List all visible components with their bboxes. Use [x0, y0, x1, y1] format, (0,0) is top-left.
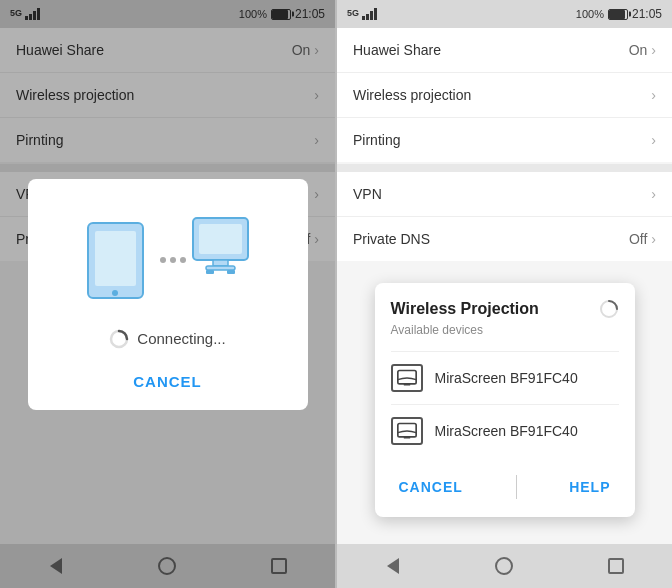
- right-device2-icon: [391, 417, 423, 445]
- right-recent-button[interactable]: [604, 554, 628, 578]
- svg-point-5: [180, 257, 186, 263]
- right-back-button[interactable]: [381, 554, 405, 578]
- right-signal-bar-4: [374, 8, 377, 20]
- svg-rect-11: [227, 270, 235, 274]
- right-time: 21:05: [632, 7, 662, 21]
- right-signal-bars: [362, 6, 377, 20]
- right-battery-icon: [608, 9, 628, 20]
- right-section-divider: [337, 164, 672, 172]
- svg-point-3: [160, 257, 166, 263]
- svg-rect-7: [199, 224, 242, 254]
- right-private-dns-label: Private DNS: [353, 231, 430, 247]
- svg-rect-9: [206, 266, 235, 270]
- right-wireless-proj-chevron: ›: [651, 87, 656, 103]
- right-huawei-share-val-text: On: [629, 42, 648, 58]
- right-group2: VPN › Private DNS Off ›: [337, 172, 672, 261]
- svg-rect-17: [403, 437, 410, 439]
- right-huawei-share-label: Huawei Share: [353, 42, 441, 58]
- svg-point-4: [170, 257, 176, 263]
- connecting-spinner-icon: [109, 329, 129, 349]
- right-signal-bar-3: [370, 11, 373, 20]
- right-private-dns-value: Off ›: [629, 231, 656, 247]
- right-dialog-header: Wireless Projection: [391, 299, 619, 319]
- svg-rect-14: [397, 371, 415, 384]
- connecting-label: Connecting...: [137, 330, 225, 347]
- right-back-icon: [387, 558, 399, 574]
- right-cancel-button[interactable]: CANCEL: [391, 473, 471, 501]
- svg-rect-10: [206, 270, 214, 274]
- right-status-bar: 5G 100% 21:05: [337, 0, 672, 28]
- left-phone: 5G 100% 21:05 Huawei Share On ›: [0, 0, 336, 588]
- right-home-button[interactable]: [492, 554, 516, 578]
- right-vpn-label: VPN: [353, 186, 382, 202]
- right-dialog-title: Wireless Projection: [391, 300, 539, 318]
- svg-point-2: [112, 290, 118, 296]
- right-status-right: 100% 21:05: [576, 7, 662, 21]
- right-vpn-chevron: ›: [651, 186, 656, 202]
- right-signal-bar-2: [366, 14, 369, 20]
- right-private-dns-val-text: Off: [629, 231, 647, 247]
- right-wireless-proj-value: ›: [651, 87, 656, 103]
- right-battery-pct: 100%: [576, 8, 604, 20]
- right-printing-label: Pirnting: [353, 132, 400, 148]
- right-wireless-proj-label: Wireless projection: [353, 87, 471, 103]
- left-cancel-button[interactable]: CANCEL: [125, 369, 210, 394]
- left-connecting-dialog: Connecting... CANCEL: [28, 179, 308, 410]
- connecting-status: Connecting...: [109, 329, 225, 349]
- right-nav-bar: [337, 544, 672, 588]
- right-signal-5g: 5G: [347, 8, 359, 18]
- svg-rect-15: [403, 384, 410, 386]
- right-device-item-1[interactable]: MiraScreen BF91FC40: [391, 351, 619, 404]
- right-action-divider: [516, 475, 517, 499]
- wifi-cast-icon-1: [397, 369, 417, 387]
- right-huawei-share-chevron: ›: [651, 42, 656, 58]
- right-device1-icon: [391, 364, 423, 392]
- right-printing-chevron: ›: [651, 132, 656, 148]
- right-dialog-spinner-icon: [599, 299, 619, 319]
- right-huawei-share-item[interactable]: Huawei Share On ›: [337, 28, 672, 73]
- right-vpn-value: ›: [651, 186, 656, 202]
- connecting-illustration: [78, 203, 258, 313]
- wifi-cast-icon-2: [397, 422, 417, 440]
- right-huawei-share-value: On ›: [629, 42, 656, 58]
- right-settings-content: Huawei Share On › Wireless projection › …: [337, 28, 672, 544]
- right-device1-name: MiraScreen BF91FC40: [435, 370, 578, 386]
- right-group1: Huawei Share On › Wireless projection › …: [337, 28, 672, 162]
- right-device-item-2[interactable]: MiraScreen BF91FC40: [391, 404, 619, 457]
- right-signal-bar-1: [362, 16, 365, 20]
- right-battery-fill: [609, 10, 625, 19]
- svg-rect-8: [213, 260, 228, 266]
- right-dialog-subtitle: Available devices: [391, 323, 619, 337]
- right-phone: 5G 100% 21:05 Huawei Share On ›: [336, 0, 672, 588]
- left-connecting-overlay: Connecting... CANCEL: [0, 0, 335, 588]
- right-private-dns-chevron: ›: [651, 231, 656, 247]
- right-private-dns-item[interactable]: Private DNS Off ›: [337, 217, 672, 261]
- right-help-button[interactable]: HELP: [561, 473, 618, 501]
- right-printing-item[interactable]: Pirnting ›: [337, 118, 672, 162]
- right-device2-name: MiraScreen BF91FC40: [435, 423, 578, 439]
- right-home-icon: [495, 557, 513, 575]
- right-wireless-proj-item[interactable]: Wireless projection ›: [337, 73, 672, 118]
- right-status-left: 5G: [347, 6, 377, 20]
- svg-rect-16: [397, 424, 415, 437]
- svg-rect-1: [95, 231, 136, 286]
- right-device-dialog: Wireless Projection Available devices: [375, 283, 635, 517]
- right-vpn-item[interactable]: VPN ›: [337, 172, 672, 217]
- right-recent-icon: [608, 558, 624, 574]
- right-dialog-actions: CANCEL HELP: [391, 469, 619, 501]
- right-printing-value: ›: [651, 132, 656, 148]
